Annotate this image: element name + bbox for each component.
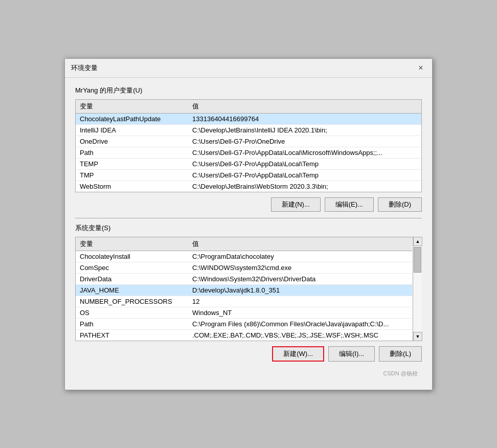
system-table-header: 变量 值 (76, 237, 412, 251)
table-row[interactable]: NUMBER_OF_PROCESSORS12 (76, 296, 412, 307)
table-row[interactable]: PathC:\Program Files (x86)\Common Files\… (76, 319, 412, 330)
section-divider (75, 218, 422, 218)
user-variables-table: 变量 值 ChocolateyLastPathUpdate13313640441… (75, 99, 422, 192)
user-rows-container: ChocolateyLastPathUpdate1331364044166997… (76, 114, 421, 192)
row-name: ChocolateyInstall (80, 253, 192, 260)
delete-user-button[interactable]: 删除(D) (378, 197, 422, 212)
row-name: Path (80, 320, 192, 328)
row-value: D:\develop\Java\jdk1.8.0_351 (192, 286, 408, 294)
environment-variables-dialog: 环境变量 × MrYang 的用户变量(U) 变量 值 ChocolateyLa… (64, 58, 433, 390)
scroll-thumb[interactable] (414, 247, 421, 273)
row-name: DriverData (80, 275, 192, 283)
user-button-row: 新建(N)... 编辑(E)... 删除(D) (75, 197, 422, 212)
edit-user-button[interactable]: 编辑(E)... (325, 197, 374, 212)
user-table-header: 变量 值 (76, 100, 421, 114)
table-row[interactable]: DriverDataC:\Windows\System32\Drivers\Dr… (76, 274, 412, 285)
user-col-value-header: 值 (192, 102, 417, 111)
row-value: C:\Users\Dell-G7-Pro\AppData\Local\Temp (192, 160, 417, 168)
new-system-button[interactable]: 新建(W)... (272, 346, 324, 362)
row-name: TEMP (80, 160, 192, 168)
row-value: C:\Develop\JetBrains\IntelliJ IDEA 2020.… (192, 126, 417, 134)
row-name: PATHEXT (80, 331, 192, 339)
table-row[interactable]: TEMPC:\Users\Dell-G7-Pro\AppData\Local\T… (76, 159, 421, 170)
title-bar: 环境变量 × (65, 59, 432, 78)
row-value: C:\Users\Dell-G7-Pro\OneDrive (192, 138, 417, 145)
row-value: C:\Program Files (x86)\Common Files\Orac… (192, 320, 408, 328)
table-row[interactable]: ChocolateyInstallC:\ProgramData\chocolat… (76, 251, 412, 262)
row-value: C:\Develop\JetBrains\WebStorm 2020.3.3\b… (192, 183, 417, 190)
system-rows-container: ChocolateyInstallC:\ProgramData\chocolat… (76, 251, 412, 341)
row-name: Path (80, 149, 192, 156)
dialog-body: MrYang 的用户变量(U) 变量 值 ChocolateyLastPathU… (65, 78, 432, 390)
table-row[interactable]: PATHEXT.COM;.EXE;.BAT;.CMD;.VBS;.VBE;.JS… (76, 330, 412, 341)
row-name: OS (80, 309, 192, 317)
row-name: WebStorm (80, 183, 192, 190)
watermark: CSDN @杨校 (75, 368, 422, 382)
row-value: C:\ProgramData\chocolatey (192, 253, 408, 260)
row-value: .COM;.EXE;.BAT;.CMD;.VBS;.VBE;.JS;.JSE;.… (192, 331, 408, 339)
row-value: C:\Windows\System32\Drivers\DriverData (192, 275, 408, 283)
user-col-name-header: 变量 (80, 102, 192, 111)
delete-system-button[interactable]: 删除(L) (379, 346, 422, 362)
row-value: 12 (192, 298, 408, 305)
table-row[interactable]: PathC:\Users\Dell-G7-Pro\AppData\Local\M… (76, 147, 421, 159)
row-name: OneDrive (80, 138, 192, 145)
user-variables-section: MrYang 的用户变量(U) 变量 值 ChocolateyLastPathU… (75, 86, 422, 212)
new-user-button[interactable]: 新建(N)... (271, 197, 321, 212)
table-row[interactable]: TMPC:\Users\Dell-G7-Pro\AppData\Local\Te… (76, 170, 421, 181)
system-variables-table: 变量 值 ChocolateyInstallC:\ProgramData\cho… (75, 237, 422, 341)
row-name: TMP (80, 171, 192, 179)
edit-system-button[interactable]: 编辑(I)... (328, 346, 375, 362)
close-button[interactable]: × (416, 63, 426, 73)
table-row[interactable]: ComSpecC:\WINDOWS\system32\cmd.exe (76, 262, 412, 274)
table-row[interactable]: JAVA_HOMED:\develop\Java\jdk1.8.0_351 (76, 285, 412, 296)
table-row[interactable]: OSWindows_NT (76, 307, 412, 319)
row-name: NUMBER_OF_PROCESSORS (80, 298, 192, 305)
table-row[interactable]: OneDriveC:\Users\Dell-G7-Pro\OneDrive (76, 136, 421, 147)
user-section-title: MrYang 的用户变量(U) (75, 86, 422, 95)
row-value: Windows_NT (192, 309, 408, 317)
system-table-inner: 变量 值 ChocolateyInstallC:\ProgramData\cho… (76, 237, 412, 341)
row-name: ComSpec (80, 264, 192, 272)
row-value: 133136404416699764 (192, 115, 417, 123)
scroll-track (413, 246, 422, 332)
table-row[interactable]: IntelliJ IDEAC:\Develop\JetBrains\Intell… (76, 125, 421, 136)
table-row[interactable]: ChocolateyLastPathUpdate1331364044166997… (76, 114, 421, 125)
row-name: ChocolateyLastPathUpdate (80, 115, 192, 123)
dialog-title: 环境变量 (71, 63, 98, 73)
row-value: C:\WINDOWS\system32\cmd.exe (192, 264, 408, 272)
row-name: IntelliJ IDEA (80, 126, 192, 134)
scroll-up-arrow[interactable]: ▲ (413, 237, 422, 246)
row-value: C:\Users\Dell-G7-Pro\AppData\Local\Micro… (192, 149, 417, 156)
system-button-row: 新建(W)... 编辑(I)... 删除(L) (75, 346, 422, 362)
row-value: C:\Users\Dell-G7-Pro\AppData\Local\Temp (192, 171, 417, 179)
system-variables-section: 系统变量(S) 变量 值 ChocolateyInstallC:\Program… (75, 223, 422, 362)
system-col-value-header: 值 (192, 239, 408, 249)
scroll-down-arrow[interactable]: ▼ (413, 332, 422, 341)
system-col-name-header: 变量 (80, 239, 192, 249)
system-scrollbar[interactable]: ▲ ▼ (413, 237, 422, 341)
system-section-title: 系统变量(S) (75, 223, 422, 233)
row-name: JAVA_HOME (80, 286, 192, 294)
system-table-wrapper: 变量 值 ChocolateyInstallC:\ProgramData\cho… (75, 237, 422, 341)
table-row[interactable]: WebStormC:\Develop\JetBrains\WebStorm 20… (76, 181, 421, 192)
